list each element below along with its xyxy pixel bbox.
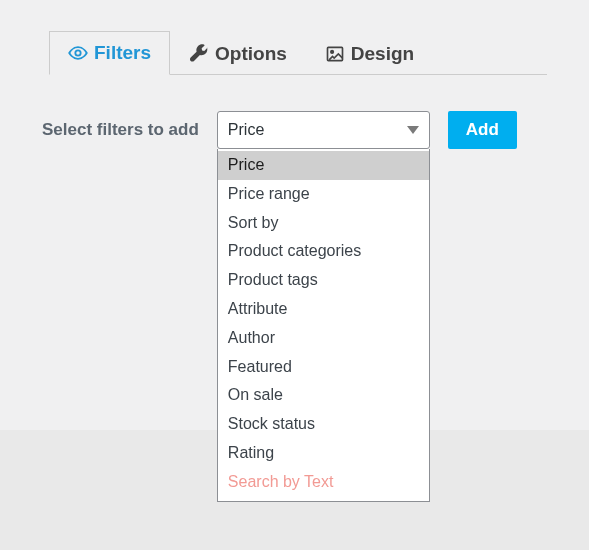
option-price[interactable]: Price — [218, 151, 429, 180]
eye-icon — [68, 43, 88, 63]
tab-label: Options — [215, 43, 287, 65]
svg-point-2 — [331, 50, 334, 53]
select-filters-label: Select filters to add — [42, 120, 199, 140]
option-sort-by[interactable]: Sort by — [218, 209, 429, 238]
filter-select-value: Price — [228, 121, 264, 139]
image-icon — [325, 44, 345, 64]
option-attribute[interactable]: Attribute — [218, 295, 429, 324]
tab-design[interactable]: Design — [306, 31, 433, 75]
tab-options[interactable]: Options — [170, 31, 306, 75]
svg-point-0 — [75, 50, 80, 55]
option-on-sale[interactable]: On sale — [218, 381, 429, 410]
option-price-range[interactable]: Price range — [218, 180, 429, 209]
tab-label: Filters — [94, 42, 151, 64]
option-product-categories[interactable]: Product categories — [218, 237, 429, 266]
option-author[interactable]: Author — [218, 324, 429, 353]
filter-dropdown: Price Price range Sort by Product catego… — [217, 149, 430, 502]
option-stock-status[interactable]: Stock status — [218, 410, 429, 439]
filter-select[interactable]: Price — [217, 111, 430, 149]
tab-filters[interactable]: Filters — [49, 31, 170, 75]
option-featured[interactable]: Featured — [218, 353, 429, 382]
option-search-by-text[interactable]: Search by Text — [218, 468, 429, 497]
wrench-icon — [189, 44, 209, 64]
option-rating[interactable]: Rating — [218, 439, 429, 468]
tab-label: Design — [351, 43, 414, 65]
option-product-tags[interactable]: Product tags — [218, 266, 429, 295]
add-button[interactable]: Add — [448, 111, 517, 149]
tabs-bar: Filters Options Design — [49, 30, 547, 75]
chevron-down-icon — [407, 126, 419, 134]
